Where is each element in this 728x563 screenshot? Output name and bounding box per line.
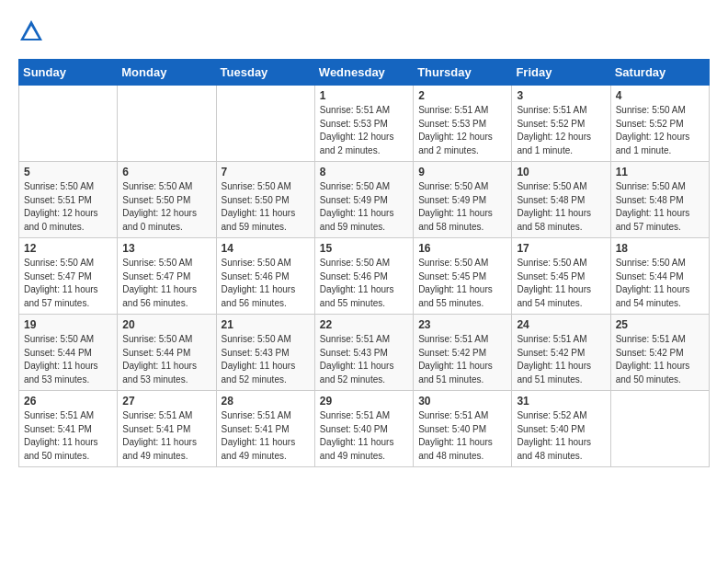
calendar-cell: 19Sunrise: 5:50 AM Sunset: 5:44 PM Dayli… <box>19 315 118 391</box>
calendar-cell: 21Sunrise: 5:50 AM Sunset: 5:43 PM Dayli… <box>216 315 314 391</box>
calendar-cell: 4Sunrise: 5:50 AM Sunset: 5:52 PM Daylig… <box>610 86 709 162</box>
calendar-cell: 13Sunrise: 5:50 AM Sunset: 5:47 PM Dayli… <box>118 238 216 315</box>
calendar-cell: 20Sunrise: 5:50 AM Sunset: 5:44 PM Dayli… <box>118 315 216 391</box>
day-info: Sunrise: 5:50 AM Sunset: 5:44 PM Dayligh… <box>122 333 210 386</box>
weekday-header: Sunday <box>19 60 118 86</box>
day-info: Sunrise: 5:51 AM Sunset: 5:42 PM Dayligh… <box>418 333 506 386</box>
day-number: 15 <box>320 242 408 255</box>
calendar-cell: 16Sunrise: 5:50 AM Sunset: 5:45 PM Dayli… <box>414 238 512 315</box>
day-info: Sunrise: 5:51 AM Sunset: 5:41 PM Dayligh… <box>24 409 112 463</box>
day-number: 23 <box>418 318 506 331</box>
calendar-cell: 5Sunrise: 5:50 AM Sunset: 5:51 PM Daylig… <box>19 162 118 238</box>
calendar-week-row: 1Sunrise: 5:51 AM Sunset: 5:53 PM Daylig… <box>19 86 710 162</box>
calendar-cell: 25Sunrise: 5:51 AM Sunset: 5:42 PM Dayli… <box>610 315 709 391</box>
day-number: 18 <box>616 242 704 255</box>
calendar-cell: 11Sunrise: 5:50 AM Sunset: 5:48 PM Dayli… <box>610 162 709 238</box>
calendar-cell: 2Sunrise: 5:51 AM Sunset: 5:53 PM Daylig… <box>414 86 512 162</box>
day-info: Sunrise: 5:51 AM Sunset: 5:42 PM Dayligh… <box>616 333 704 386</box>
day-number: 1 <box>320 89 408 102</box>
calendar-cell: 30Sunrise: 5:51 AM Sunset: 5:40 PM Dayli… <box>414 391 512 467</box>
day-number: 2 <box>418 89 506 102</box>
day-info: Sunrise: 5:50 AM Sunset: 5:45 PM Dayligh… <box>517 257 605 310</box>
day-info: Sunrise: 5:50 AM Sunset: 5:46 PM Dayligh… <box>222 257 310 310</box>
day-info: Sunrise: 5:50 AM Sunset: 5:44 PM Dayligh… <box>24 333 112 386</box>
day-number: 6 <box>122 166 210 178</box>
calendar-week-row: 26Sunrise: 5:51 AM Sunset: 5:41 PM Dayli… <box>19 391 710 467</box>
day-number: 5 <box>24 166 112 178</box>
day-info: Sunrise: 5:50 AM Sunset: 5:43 PM Dayligh… <box>222 333 310 386</box>
day-info: Sunrise: 5:51 AM Sunset: 5:40 PM Dayligh… <box>418 409 506 463</box>
day-info: Sunrise: 5:50 AM Sunset: 5:45 PM Dayligh… <box>418 257 506 310</box>
day-number: 24 <box>517 318 605 331</box>
day-number: 31 <box>517 395 605 408</box>
day-number: 7 <box>222 166 310 178</box>
day-number: 22 <box>320 318 408 331</box>
calendar-cell: 14Sunrise: 5:50 AM Sunset: 5:46 PM Dayli… <box>216 238 314 315</box>
day-info: Sunrise: 5:50 AM Sunset: 5:51 PM Dayligh… <box>24 180 112 234</box>
day-number: 9 <box>418 166 506 178</box>
day-number: 3 <box>517 89 605 102</box>
day-info: Sunrise: 5:50 AM Sunset: 5:49 PM Dayligh… <box>320 180 408 234</box>
calendar: SundayMondayTuesdayWednesdayThursdayFrid… <box>18 59 710 467</box>
weekday-header: Thursday <box>414 60 512 86</box>
day-number: 13 <box>122 242 210 255</box>
day-info: Sunrise: 5:51 AM Sunset: 5:52 PM Dayligh… <box>517 104 605 157</box>
calendar-cell: 27Sunrise: 5:51 AM Sunset: 5:41 PM Dayli… <box>118 391 216 467</box>
day-number: 11 <box>616 166 704 178</box>
calendar-cell: 29Sunrise: 5:51 AM Sunset: 5:40 PM Dayli… <box>314 391 413 467</box>
day-info: Sunrise: 5:50 AM Sunset: 5:50 PM Dayligh… <box>122 180 210 234</box>
calendar-cell <box>610 391 709 467</box>
day-number: 30 <box>418 395 506 408</box>
calendar-cell: 15Sunrise: 5:50 AM Sunset: 5:46 PM Dayli… <box>314 238 413 315</box>
day-info: Sunrise: 5:51 AM Sunset: 5:53 PM Dayligh… <box>320 104 408 157</box>
day-info: Sunrise: 5:51 AM Sunset: 5:40 PM Dayligh… <box>320 409 408 463</box>
calendar-cell: 26Sunrise: 5:51 AM Sunset: 5:41 PM Dayli… <box>19 391 118 467</box>
day-number: 16 <box>418 242 506 255</box>
calendar-cell: 7Sunrise: 5:50 AM Sunset: 5:50 PM Daylig… <box>216 162 314 238</box>
calendar-cell: 18Sunrise: 5:50 AM Sunset: 5:44 PM Dayli… <box>610 238 709 315</box>
day-number: 28 <box>222 395 310 408</box>
calendar-week-row: 12Sunrise: 5:50 AM Sunset: 5:47 PM Dayli… <box>19 238 710 315</box>
day-info: Sunrise: 5:50 AM Sunset: 5:50 PM Dayligh… <box>222 180 310 234</box>
day-info: Sunrise: 5:51 AM Sunset: 5:53 PM Dayligh… <box>418 104 506 157</box>
day-info: Sunrise: 5:52 AM Sunset: 5:40 PM Dayligh… <box>517 409 605 463</box>
day-info: Sunrise: 5:50 AM Sunset: 5:48 PM Dayligh… <box>616 180 704 234</box>
day-info: Sunrise: 5:50 AM Sunset: 5:47 PM Dayligh… <box>24 257 112 310</box>
day-number: 10 <box>517 166 605 178</box>
calendar-cell <box>216 86 314 162</box>
calendar-cell: 22Sunrise: 5:51 AM Sunset: 5:43 PM Dayli… <box>314 315 413 391</box>
day-number: 19 <box>24 318 112 331</box>
day-number: 25 <box>616 318 704 331</box>
weekday-header: Saturday <box>610 60 709 86</box>
day-info: Sunrise: 5:50 AM Sunset: 5:49 PM Dayligh… <box>418 180 506 234</box>
day-number: 29 <box>320 395 408 408</box>
weekday-header: Friday <box>512 60 610 86</box>
day-number: 4 <box>616 89 704 102</box>
calendar-cell: 24Sunrise: 5:51 AM Sunset: 5:42 PM Dayli… <box>512 315 610 391</box>
calendar-cell: 8Sunrise: 5:50 AM Sunset: 5:49 PM Daylig… <box>314 162 413 238</box>
calendar-cell: 12Sunrise: 5:50 AM Sunset: 5:47 PM Dayli… <box>19 238 118 315</box>
weekday-header: Wednesday <box>314 60 413 86</box>
logo-icon <box>18 18 44 44</box>
day-info: Sunrise: 5:50 AM Sunset: 5:52 PM Dayligh… <box>616 104 704 157</box>
day-number: 20 <box>122 318 210 331</box>
calendar-week-row: 19Sunrise: 5:50 AM Sunset: 5:44 PM Dayli… <box>19 315 710 391</box>
calendar-cell: 9Sunrise: 5:50 AM Sunset: 5:49 PM Daylig… <box>414 162 512 238</box>
day-info: Sunrise: 5:50 AM Sunset: 5:47 PM Dayligh… <box>122 257 210 310</box>
calendar-cell: 10Sunrise: 5:50 AM Sunset: 5:48 PM Dayli… <box>512 162 610 238</box>
day-info: Sunrise: 5:50 AM Sunset: 5:46 PM Dayligh… <box>320 257 408 310</box>
day-number: 21 <box>222 318 310 331</box>
calendar-cell: 23Sunrise: 5:51 AM Sunset: 5:42 PM Dayli… <box>414 315 512 391</box>
calendar-cell <box>19 86 118 162</box>
day-number: 17 <box>517 242 605 255</box>
calendar-cell: 6Sunrise: 5:50 AM Sunset: 5:50 PM Daylig… <box>118 162 216 238</box>
calendar-cell <box>118 86 216 162</box>
day-info: Sunrise: 5:51 AM Sunset: 5:41 PM Dayligh… <box>222 409 310 463</box>
day-number: 27 <box>122 395 210 408</box>
calendar-cell: 28Sunrise: 5:51 AM Sunset: 5:41 PM Dayli… <box>216 391 314 467</box>
calendar-cell: 31Sunrise: 5:52 AM Sunset: 5:40 PM Dayli… <box>512 391 610 467</box>
day-info: Sunrise: 5:51 AM Sunset: 5:42 PM Dayligh… <box>517 333 605 386</box>
calendar-cell: 3Sunrise: 5:51 AM Sunset: 5:52 PM Daylig… <box>512 86 610 162</box>
weekday-header: Monday <box>118 60 216 86</box>
day-number: 12 <box>24 242 112 255</box>
